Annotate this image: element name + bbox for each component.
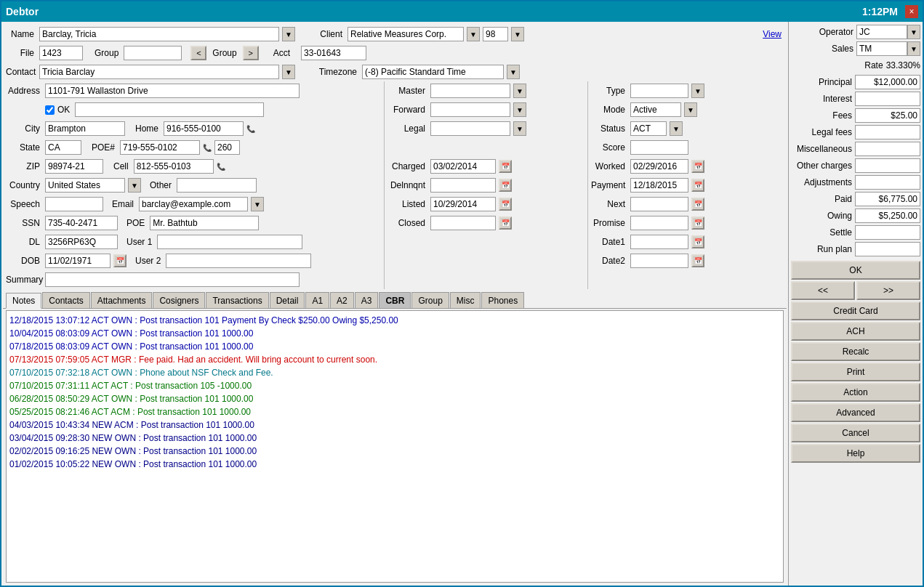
next-cal[interactable]: 📅 (691, 198, 704, 211)
legal-dropdown[interactable]: ▼ (513, 121, 526, 136)
type-dropdown[interactable]: ▼ (691, 84, 704, 98)
mode-dropdown[interactable]: ▼ (684, 102, 697, 117)
sales-field[interactable] (856, 41, 907, 56)
tab-a3[interactable]: A3 (355, 292, 379, 308)
forward-field[interactable] (430, 102, 510, 117)
mode-field[interactable] (630, 102, 681, 117)
cell-phone-icon[interactable]: 📞 (217, 163, 225, 171)
group-field[interactable] (124, 46, 182, 60)
speech-field[interactable] (45, 197, 103, 211)
delinqnt-cal[interactable]: 📅 (499, 179, 512, 192)
city-field[interactable] (45, 121, 125, 136)
sales-dropdown[interactable]: ▼ (907, 41, 920, 56)
settle-field[interactable] (855, 225, 920, 240)
worked-field[interactable] (630, 159, 688, 174)
email-dropdown[interactable]: ▼ (251, 197, 264, 211)
promise-field[interactable] (630, 216, 688, 230)
other-field[interactable] (177, 178, 257, 193)
score-field[interactable] (630, 140, 688, 155)
tab-a1[interactable]: A1 (305, 292, 329, 308)
country-dropdown[interactable]: ▼ (128, 178, 141, 193)
notes-area[interactable]: 12/18/2015 13:07:12 ACT OWN : Post trans… (6, 310, 784, 583)
date2-cal[interactable]: 📅 (691, 254, 704, 267)
ach-button[interactable]: ACH (791, 322, 920, 341)
status-dropdown[interactable]: ▼ (670, 121, 683, 136)
timezone-field[interactable] (362, 65, 504, 79)
client-field[interactable] (347, 27, 464, 41)
master-field[interactable] (430, 84, 510, 98)
next-field[interactable] (630, 197, 688, 211)
operator-dropdown[interactable]: ▼ (907, 25, 920, 39)
listed-field[interactable] (430, 197, 496, 211)
run-plan-field[interactable] (855, 242, 920, 256)
tab-cosigners[interactable]: Cosigners (153, 292, 205, 308)
tab-cbr[interactable]: CBR (379, 292, 411, 308)
ok-checkbox[interactable] (45, 105, 55, 115)
tab-detail[interactable]: Detail (270, 292, 305, 308)
summary-field[interactable] (45, 272, 300, 287)
credit-card-button[interactable]: Credit Card (791, 301, 920, 320)
close-button[interactable]: × (905, 5, 918, 18)
closed-cal[interactable]: 📅 (499, 216, 512, 230)
charged-cal[interactable]: 📅 (499, 160, 512, 173)
operator-field[interactable] (856, 25, 907, 39)
contact-dropdown[interactable]: ▼ (282, 65, 295, 79)
worked-cal[interactable]: 📅 (691, 160, 704, 173)
master-dropdown[interactable]: ▼ (513, 84, 526, 98)
state-field[interactable] (45, 140, 81, 155)
home-phone-icon[interactable]: 📞 (246, 125, 255, 133)
other-charges-field[interactable] (855, 158, 920, 173)
user1-field[interactable] (157, 235, 302, 249)
nav-left-button[interactable]: < (190, 46, 206, 60)
date1-cal[interactable]: 📅 (691, 235, 704, 248)
owing-field[interactable] (855, 209, 920, 223)
status-field[interactable] (630, 121, 667, 136)
user2-field[interactable] (166, 254, 311, 268)
charged-field[interactable] (430, 159, 496, 174)
poe-phone-icon[interactable]: 📞 (203, 144, 212, 152)
country-field[interactable] (45, 178, 125, 193)
view-link[interactable]: View (763, 29, 784, 39)
tab-contacts[interactable]: Contacts (42, 292, 89, 308)
listed-cal[interactable]: 📅 (499, 198, 512, 211)
dl-field[interactable] (45, 235, 118, 249)
help-button[interactable]: Help (791, 444, 920, 463)
email-field[interactable] (139, 197, 248, 211)
tab-group[interactable]: Group (411, 292, 449, 308)
fees-field[interactable] (855, 108, 920, 123)
next-button[interactable]: >> (856, 281, 920, 300)
contact-field[interactable] (39, 65, 279, 79)
print-button[interactable]: Print (791, 363, 920, 381)
dob-field[interactable] (45, 254, 111, 268)
client-dropdown[interactable]: ▼ (467, 27, 480, 41)
promise-cal[interactable]: 📅 (691, 216, 704, 230)
tab-transactions[interactable]: Transactions (206, 292, 268, 308)
legal-fees-field[interactable] (855, 125, 920, 139)
tab-phones[interactable]: Phones (481, 292, 524, 308)
cancel-button[interactable]: Cancel (791, 424, 920, 442)
principal-field[interactable] (855, 75, 920, 89)
acct-field[interactable] (301, 46, 366, 60)
tab-a2[interactable]: A2 (330, 292, 354, 308)
delinqnt-field[interactable] (430, 178, 496, 193)
legal-field[interactable] (430, 121, 510, 136)
payment-field[interactable] (630, 178, 688, 193)
payment-cal[interactable]: 📅 (691, 179, 704, 192)
tab-attachments[interactable]: Attachments (91, 292, 153, 308)
adjustments-field[interactable] (855, 175, 920, 190)
cell-phone[interactable] (134, 159, 214, 174)
name-field[interactable] (39, 27, 279, 41)
ok-button[interactable]: OK (791, 261, 920, 280)
zip-field[interactable] (45, 159, 103, 174)
misc-field[interactable] (855, 142, 920, 156)
poe-ext[interactable] (214, 140, 240, 155)
type-field[interactable] (630, 84, 688, 98)
ssn-field[interactable] (45, 216, 118, 230)
poe-phone[interactable] (120, 140, 200, 155)
client-code-field[interactable] (483, 27, 508, 41)
home-phone[interactable] (164, 121, 244, 136)
name-dropdown[interactable]: ▼ (282, 27, 295, 41)
tab-notes[interactable]: Notes (6, 293, 41, 309)
file-field[interactable] (39, 46, 83, 60)
tab-misc[interactable]: Misc (450, 292, 481, 308)
